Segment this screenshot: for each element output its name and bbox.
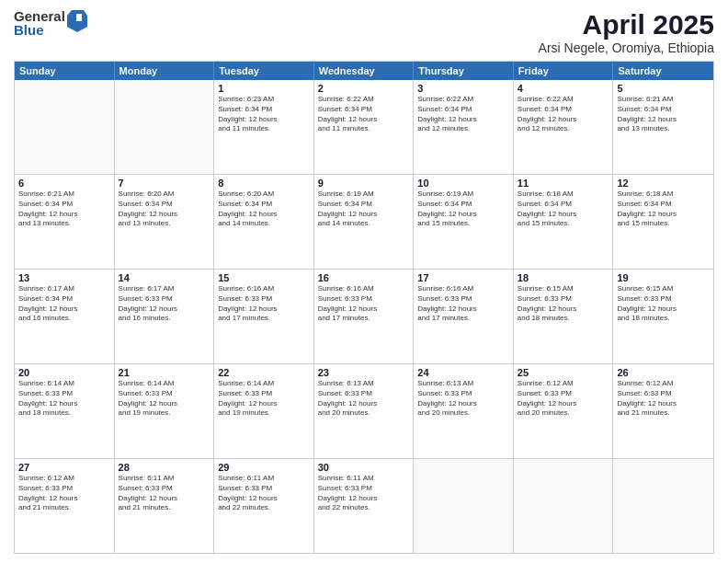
day-number: 7: [119, 178, 210, 189]
day-info: Sunrise: 6:22 AM Sunset: 6:34 PM Dayligh…: [417, 95, 509, 134]
location-title: Arsi Negele, Oromiya, Ethiopia: [539, 40, 714, 55]
day-info: Sunrise: 6:11 AM Sunset: 6:33 PM Dayligh…: [119, 474, 210, 513]
day-info: Sunrise: 6:12 AM Sunset: 6:33 PM Dayligh…: [518, 379, 609, 419]
calendar-cell: 4Sunrise: 6:22 AM Sunset: 6:34 PM Daylig…: [514, 80, 614, 174]
header-day-tuesday: Tuesday: [214, 62, 314, 80]
calendar-body: 1Sunrise: 6:23 AM Sunset: 6:34 PM Daylig…: [15, 80, 713, 553]
calendar-week-1: 1Sunrise: 6:23 AM Sunset: 6:34 PM Daylig…: [15, 80, 713, 175]
day-number: 29: [218, 462, 310, 473]
calendar-cell: 3Sunrise: 6:22 AM Sunset: 6:34 PM Daylig…: [414, 80, 514, 174]
calendar-cell: [514, 459, 614, 553]
day-info: Sunrise: 6:21 AM Sunset: 6:34 PM Dayligh…: [18, 190, 110, 229]
header-day-saturday: Saturday: [613, 62, 713, 80]
day-number: 20: [18, 367, 110, 378]
day-number: 16: [318, 272, 410, 283]
day-info: Sunrise: 6:11 AM Sunset: 6:33 PM Dayligh…: [318, 474, 410, 513]
calendar-week-2: 6Sunrise: 6:21 AM Sunset: 6:34 PM Daylig…: [15, 175, 713, 270]
logo-text: General Blue: [14, 9, 65, 37]
calendar-cell: 18Sunrise: 6:15 AM Sunset: 6:33 PM Dayli…: [514, 270, 614, 363]
day-number: 1: [218, 83, 310, 94]
calendar-cell: 15Sunrise: 6:16 AM Sunset: 6:33 PM Dayli…: [214, 270, 314, 363]
day-info: Sunrise: 6:16 AM Sunset: 6:33 PM Dayligh…: [218, 284, 310, 324]
logo-general: General: [14, 9, 65, 23]
day-info: Sunrise: 6:14 AM Sunset: 6:33 PM Dayligh…: [119, 379, 210, 419]
calendar-cell: 24Sunrise: 6:13 AM Sunset: 6:33 PM Dayli…: [414, 364, 514, 458]
day-info: Sunrise: 6:18 AM Sunset: 6:34 PM Dayligh…: [518, 190, 609, 229]
day-number: 14: [119, 272, 210, 283]
calendar-cell: 26Sunrise: 6:12 AM Sunset: 6:33 PM Dayli…: [613, 364, 713, 458]
day-info: Sunrise: 6:15 AM Sunset: 6:33 PM Dayligh…: [617, 284, 710, 324]
header: General Blue April 2025 Arsi Negele, Oro…: [14, 9, 714, 55]
day-number: 13: [18, 272, 110, 283]
day-info: Sunrise: 6:16 AM Sunset: 6:33 PM Dayligh…: [318, 284, 410, 324]
header-day-wednesday: Wednesday: [314, 62, 415, 80]
title-section: April 2025 Arsi Negele, Oromiya, Ethiopi…: [539, 9, 714, 55]
calendar-cell: 19Sunrise: 6:15 AM Sunset: 6:33 PM Dayli…: [613, 270, 713, 363]
day-info: Sunrise: 6:23 AM Sunset: 6:34 PM Dayligh…: [218, 95, 310, 134]
calendar-header: SundayMondayTuesdayWednesdayThursdayFrid…: [15, 62, 713, 80]
day-number: 25: [518, 367, 609, 378]
day-number: 4: [518, 83, 609, 94]
calendar-cell: 5Sunrise: 6:21 AM Sunset: 6:34 PM Daylig…: [613, 80, 713, 174]
page: General Blue April 2025 Arsi Negele, Oro…: [0, 0, 728, 563]
calendar-cell: 16Sunrise: 6:16 AM Sunset: 6:33 PM Dayli…: [314, 270, 415, 363]
calendar-cell: [414, 459, 514, 553]
calendar-cell: [115, 80, 215, 174]
day-info: Sunrise: 6:13 AM Sunset: 6:33 PM Dayligh…: [417, 379, 509, 419]
month-title: April 2025: [539, 9, 714, 40]
calendar-cell: 11Sunrise: 6:18 AM Sunset: 6:34 PM Dayli…: [514, 175, 614, 269]
logo-blue: Blue: [14, 23, 65, 37]
day-info: Sunrise: 6:20 AM Sunset: 6:34 PM Dayligh…: [119, 190, 210, 229]
day-number: 28: [119, 462, 210, 473]
calendar-week-3: 13Sunrise: 6:17 AM Sunset: 6:34 PM Dayli…: [15, 270, 713, 364]
day-info: Sunrise: 6:16 AM Sunset: 6:33 PM Dayligh…: [417, 284, 509, 324]
day-info: Sunrise: 6:21 AM Sunset: 6:34 PM Dayligh…: [617, 95, 710, 134]
day-number: 19: [617, 272, 710, 283]
day-info: Sunrise: 6:12 AM Sunset: 6:33 PM Dayligh…: [18, 474, 110, 513]
calendar-cell: 13Sunrise: 6:17 AM Sunset: 6:34 PM Dayli…: [15, 270, 115, 363]
calendar-cell: 17Sunrise: 6:16 AM Sunset: 6:33 PM Dayli…: [414, 270, 514, 363]
calendar-cell: 21Sunrise: 6:14 AM Sunset: 6:33 PM Dayli…: [115, 364, 215, 458]
calendar-cell: 28Sunrise: 6:11 AM Sunset: 6:33 PM Dayli…: [115, 459, 215, 553]
day-info: Sunrise: 6:17 AM Sunset: 6:33 PM Dayligh…: [119, 284, 210, 324]
calendar: SundayMondayTuesdayWednesdayThursdayFrid…: [14, 61, 714, 554]
day-info: Sunrise: 6:13 AM Sunset: 6:33 PM Dayligh…: [318, 379, 410, 419]
header-day-friday: Friday: [514, 62, 614, 80]
calendar-cell: 12Sunrise: 6:18 AM Sunset: 6:34 PM Dayli…: [613, 175, 713, 269]
day-info: Sunrise: 6:17 AM Sunset: 6:34 PM Dayligh…: [18, 284, 110, 324]
calendar-cell: 10Sunrise: 6:19 AM Sunset: 6:34 PM Dayli…: [414, 175, 514, 269]
header-day-monday: Monday: [115, 62, 215, 80]
day-number: 11: [518, 178, 609, 189]
day-number: 10: [417, 178, 509, 189]
calendar-cell: 8Sunrise: 6:20 AM Sunset: 6:34 PM Daylig…: [214, 175, 314, 269]
day-info: Sunrise: 6:14 AM Sunset: 6:33 PM Dayligh…: [218, 379, 310, 419]
calendar-cell: 14Sunrise: 6:17 AM Sunset: 6:33 PM Dayli…: [115, 270, 215, 363]
day-number: 30: [318, 462, 410, 473]
day-number: 2: [318, 83, 410, 94]
day-number: 12: [617, 178, 710, 189]
day-info: Sunrise: 6:22 AM Sunset: 6:34 PM Dayligh…: [318, 95, 410, 134]
day-number: 27: [18, 462, 110, 473]
day-info: Sunrise: 6:19 AM Sunset: 6:34 PM Dayligh…: [318, 190, 410, 229]
calendar-week-4: 20Sunrise: 6:14 AM Sunset: 6:33 PM Dayli…: [15, 364, 713, 459]
day-number: 18: [518, 272, 609, 283]
calendar-cell: 6Sunrise: 6:21 AM Sunset: 6:34 PM Daylig…: [15, 175, 115, 269]
day-info: Sunrise: 6:12 AM Sunset: 6:33 PM Dayligh…: [617, 379, 710, 419]
calendar-cell: 20Sunrise: 6:14 AM Sunset: 6:33 PM Dayli…: [15, 364, 115, 458]
day-number: 5: [617, 83, 710, 94]
day-info: Sunrise: 6:19 AM Sunset: 6:34 PM Dayligh…: [417, 190, 509, 229]
day-number: 22: [218, 367, 310, 378]
calendar-cell: 30Sunrise: 6:11 AM Sunset: 6:33 PM Dayli…: [314, 459, 415, 553]
day-number: 9: [318, 178, 410, 189]
day-number: 24: [417, 367, 509, 378]
calendar-cell: 9Sunrise: 6:19 AM Sunset: 6:34 PM Daylig…: [314, 175, 415, 269]
calendar-cell: 2Sunrise: 6:22 AM Sunset: 6:34 PM Daylig…: [314, 80, 415, 174]
calendar-cell: [15, 80, 115, 174]
calendar-cell: 25Sunrise: 6:12 AM Sunset: 6:33 PM Dayli…: [514, 364, 614, 458]
day-number: 15: [218, 272, 310, 283]
day-number: 6: [18, 178, 110, 189]
day-info: Sunrise: 6:15 AM Sunset: 6:33 PM Dayligh…: [518, 284, 609, 324]
day-info: Sunrise: 6:11 AM Sunset: 6:33 PM Dayligh…: [218, 474, 310, 513]
calendar-week-5: 27Sunrise: 6:12 AM Sunset: 6:33 PM Dayli…: [15, 459, 713, 553]
day-number: 23: [318, 367, 410, 378]
